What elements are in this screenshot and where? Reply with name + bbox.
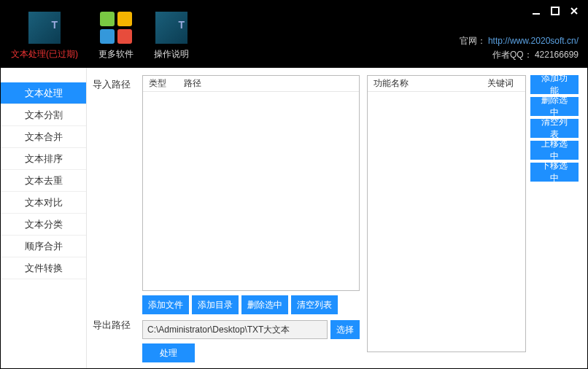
- body: 文本处理 文本分割 文本合并 文本排序 文本去重 文本对比 文本分类 顺序合并 …: [1, 68, 587, 368]
- col-function-name[interactable]: 功能名称: [368, 77, 481, 90]
- import-block: 类型 路径 添加文件 添加目录 删除选中 清空列表 选择 处理: [142, 75, 360, 362]
- export-path-input[interactable]: [142, 320, 328, 339]
- svg-rect-0: [533, 13, 540, 15]
- import-list[interactable]: 类型 路径: [142, 75, 360, 291]
- col-keyword[interactable]: 关键词: [481, 77, 525, 90]
- author-label: 作者QQ：: [492, 50, 533, 60]
- export-row: 选择: [142, 320, 360, 339]
- site-link[interactable]: http://www.2020soft.cn/: [488, 36, 579, 46]
- tab-label: 操作说明: [154, 48, 189, 61]
- sidebar-item-text-compare[interactable]: 文本对比: [1, 192, 86, 214]
- add-function-button[interactable]: 添加功能: [530, 75, 579, 94]
- sidebar-item-seq-merge[interactable]: 顺序合并: [1, 236, 86, 257]
- minimize-button[interactable]: [527, 4, 545, 18]
- tab-text-process[interactable]: T 文本处理(已过期): [1, 1, 88, 68]
- close-button[interactable]: [565, 4, 583, 18]
- header-info: 官网： http://www.2020soft.cn/ 作者QQ： 422166…: [460, 34, 579, 62]
- author-qq: 422166699: [535, 50, 579, 60]
- function-list[interactable]: 功能名称 关键词: [367, 75, 526, 352]
- import-path-label: 导入路径: [93, 78, 142, 93]
- app-window: T 文本处理(已过期) 更多软件 T 操作说明: [0, 0, 588, 369]
- import-toolbar: 添加文件 添加目录 删除选中 清空列表: [142, 295, 360, 314]
- tab-label: 文本处理(已过期): [11, 48, 78, 61]
- clear-functions-button[interactable]: 清空列表: [530, 119, 579, 138]
- main-area: 导入路径 导出路径 类型 路径 添加文件 添加目录 删除选中 清空列表: [87, 68, 587, 368]
- sidebar: 文本处理 文本分割 文本合并 文本排序 文本去重 文本对比 文本分类 顺序合并 …: [1, 68, 87, 368]
- window-controls: [527, 4, 583, 18]
- tab-label: 更多软件: [98, 48, 134, 61]
- maximize-button[interactable]: [546, 4, 564, 18]
- tab-more-software[interactable]: 更多软件: [88, 1, 144, 68]
- clear-list-button[interactable]: 清空列表: [291, 295, 338, 314]
- move-down-button[interactable]: 下移选中: [530, 163, 579, 182]
- more-software-icon: [100, 12, 132, 44]
- import-list-header: 类型 路径: [143, 76, 359, 92]
- function-list-header: 功能名称 关键词: [368, 76, 525, 92]
- titlebar: T 文本处理(已过期) 更多软件 T 操作说明: [1, 1, 587, 68]
- sidebar-item-text-dedup[interactable]: 文本去重: [1, 170, 86, 192]
- tab-instructions[interactable]: T 操作说明: [144, 1, 199, 68]
- col-path[interactable]: 路径: [178, 77, 359, 90]
- sidebar-item-text-process[interactable]: 文本处理: [1, 82, 86, 104]
- move-up-button[interactable]: 上移选中: [530, 141, 579, 160]
- choose-path-button[interactable]: 选择: [330, 320, 360, 339]
- instructions-icon: T: [155, 12, 187, 44]
- svg-rect-1: [552, 7, 559, 15]
- sidebar-item-text-classify[interactable]: 文本分类: [1, 214, 86, 236]
- sidebar-item-text-split[interactable]: 文本分割: [1, 104, 86, 126]
- left-labels: 导入路径 导出路径: [93, 75, 142, 362]
- add-dir-button[interactable]: 添加目录: [192, 295, 239, 314]
- site-label: 官网：: [460, 36, 486, 46]
- export-path-label: 导出路径: [93, 319, 142, 333]
- text-process-icon: T: [28, 12, 61, 44]
- add-file-button[interactable]: 添加文件: [142, 295, 189, 314]
- sidebar-item-file-convert[interactable]: 文件转换: [1, 257, 86, 279]
- function-actions: 添加功能 删除选中 清空列表 上移选中 下移选中: [530, 75, 579, 362]
- sidebar-item-text-merge[interactable]: 文本合并: [1, 126, 86, 148]
- process-button[interactable]: 处理: [142, 343, 195, 362]
- delete-function-button[interactable]: 删除选中: [530, 97, 579, 116]
- col-type[interactable]: 类型: [143, 77, 178, 90]
- function-block: 功能名称 关键词: [367, 75, 526, 362]
- sidebar-item-text-sort[interactable]: 文本排序: [1, 148, 86, 170]
- delete-selected-button[interactable]: 删除选中: [241, 295, 288, 314]
